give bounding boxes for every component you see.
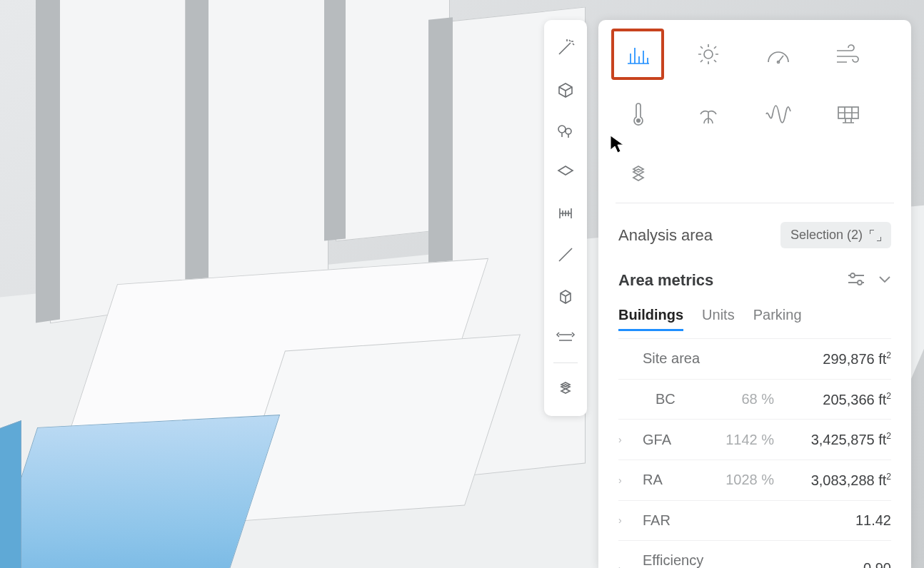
tool-magic-wand[interactable] [549, 31, 582, 64]
metric-bc: BC 68 % 205,366 ft2 [618, 379, 891, 420]
metric-val: 11.42 [784, 512, 891, 529]
analysis-type-wind[interactable] [828, 34, 868, 74]
tab-units[interactable]: Units [702, 307, 735, 331]
tool-spacing[interactable] [549, 321, 582, 354]
area-metrics-title: Area metrics [618, 271, 713, 290]
analysis-type-growth[interactable] [688, 94, 728, 134]
analysis-type-grid [618, 34, 891, 194]
analysis-type-noise[interactable] [758, 94, 798, 134]
metric-val: 0.90 [784, 560, 891, 568]
metric-pct: 1028 % [717, 472, 774, 488]
selection-chip[interactable]: Selection (2) [780, 222, 891, 248]
cursor-pointer-icon [608, 134, 628, 154]
chevron-right-icon: › [618, 434, 633, 445]
analysis-type-solar[interactable] [828, 94, 868, 134]
metric-name: GFA [643, 432, 707, 448]
svg-point-5 [858, 280, 862, 285]
analysis-type-gauge[interactable] [758, 34, 798, 74]
tool-volume-cube[interactable] [549, 280, 582, 313]
expand-corners-icon [870, 230, 881, 241]
tool-dimension[interactable] [549, 197, 582, 230]
metric-name: Efficiency factor [643, 552, 707, 568]
metric-name: BC [643, 391, 707, 407]
tool-stack-blocks[interactable] [549, 372, 582, 405]
metric-name: FAR [643, 512, 707, 529]
metric-val: 3,425,875 ft2 [784, 431, 891, 448]
chevron-right-icon: › [618, 563, 633, 568]
svg-point-2 [636, 118, 641, 123]
tool-line[interactable] [549, 238, 582, 271]
chevron-down-icon[interactable] [878, 274, 891, 287]
chevron-right-icon: › [618, 514, 633, 526]
tool-building-box[interactable] [549, 73, 582, 106]
analysis-area-row: Analysis area Selection (2) [618, 222, 891, 248]
metric-name: Site area [643, 350, 707, 367]
tool-layer[interactable] [549, 156, 582, 188]
tool-trees[interactable] [549, 114, 582, 147]
metric-val: 205,366 ft2 [784, 391, 891, 408]
metric-name: RA [643, 472, 707, 488]
tab-parking[interactable]: Parking [753, 307, 802, 331]
metric-pct: 68 % [717, 391, 774, 407]
metric-efficiency[interactable]: › Efficiency factor 0.90 [618, 540, 891, 568]
analysis-panel: Analysis area Selection (2) Area metrics… [598, 20, 911, 568]
metric-pct: 1142 % [717, 432, 774, 448]
metric-val: 3,083,288 ft2 [784, 472, 891, 489]
metric-far[interactable]: › FAR 11.42 [618, 500, 891, 540]
tool-palette [544, 20, 587, 416]
metric-site-area: Site area 299,876 ft2 [618, 338, 891, 379]
metrics-tabs: Buildings Units Parking [618, 307, 891, 331]
analysis-type-stats[interactable] [618, 34, 658, 74]
svg-point-0 [704, 50, 713, 59]
analysis-type-sun[interactable] [688, 34, 728, 74]
svg-point-4 [850, 273, 855, 278]
tab-buildings[interactable]: Buildings [618, 307, 683, 331]
selection-chip-text: Selection (2) [790, 228, 863, 243]
metric-gfa[interactable]: › GFA 1142 % 3,425,875 ft2 [618, 419, 891, 460]
metric-val: 299,876 ft2 [784, 350, 891, 367]
area-metrics-header: Area metrics [618, 271, 891, 290]
chevron-right-icon: › [618, 475, 633, 486]
metric-ra[interactable]: › RA 1028 % 3,083,288 ft2 [618, 460, 891, 500]
analysis-type-thermometer[interactable] [618, 94, 658, 134]
analysis-area-label: Analysis area [618, 226, 713, 245]
sliders-icon[interactable] [847, 272, 865, 289]
analysis-type-mass[interactable] [618, 154, 658, 194]
